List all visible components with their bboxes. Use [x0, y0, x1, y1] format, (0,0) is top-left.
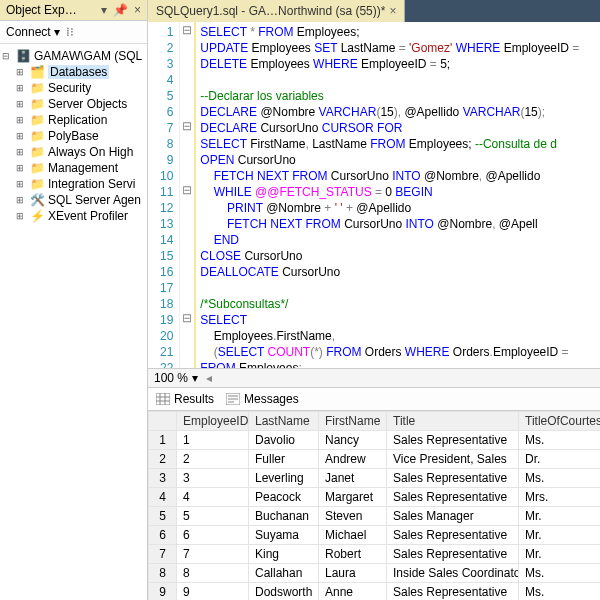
cell[interactable]: Ms.: [519, 583, 601, 601]
expander-icon[interactable]: ⊞: [16, 163, 26, 173]
fold-gutter[interactable]: ⊟⊟⊟⊟: [180, 22, 194, 368]
table-row[interactable]: 99DodsworthAnneSales RepresentativeMs.19: [149, 583, 601, 601]
cell[interactable]: Mr.: [519, 526, 601, 545]
table-row[interactable]: 44PeacockMargaretSales RepresentativeMrs…: [149, 488, 601, 507]
tree-item[interactable]: ⊞🗂️Databases: [2, 64, 145, 80]
tree-item[interactable]: ⊞📁Security: [2, 80, 145, 96]
toolbar-icon[interactable]: ⁞⁝: [66, 25, 74, 39]
tree-item[interactable]: ⊞📁Management: [2, 160, 145, 176]
tree-item[interactable]: ⊞📁PolyBase: [2, 128, 145, 144]
cell[interactable]: Suyama: [249, 526, 319, 545]
sql-editor[interactable]: 12345678910111213141516171819202122 ⊟⊟⊟⊟…: [148, 22, 600, 368]
cell[interactable]: Anne: [319, 583, 387, 601]
scroll-left-icon[interactable]: ◂: [206, 371, 212, 385]
column-header[interactable]: TitleOfCourtesy: [519, 412, 601, 431]
cell[interactable]: Peacock: [249, 488, 319, 507]
cell[interactable]: 2: [177, 450, 249, 469]
code-content[interactable]: SELECT * FROM Employees;UPDATE Employees…: [194, 22, 600, 368]
connect-button[interactable]: Connect ▾: [6, 25, 60, 39]
expander-icon[interactable]: ⊞: [16, 211, 26, 221]
table-row[interactable]: 22FullerAndrewVice President, SalesDr.19: [149, 450, 601, 469]
close-icon[interactable]: ×: [389, 4, 396, 18]
cell[interactable]: 4: [177, 488, 249, 507]
zoom-dropdown-icon[interactable]: ▾: [192, 371, 198, 385]
cell[interactable]: Ms.: [519, 469, 601, 488]
column-header[interactable]: FirstName: [319, 412, 387, 431]
tab-results[interactable]: Results: [156, 392, 214, 406]
cell[interactable]: Michael: [319, 526, 387, 545]
table-row[interactable]: 77KingRobertSales RepresentativeMr.19: [149, 545, 601, 564]
cell[interactable]: Steven: [319, 507, 387, 526]
dropdown-icon[interactable]: ▾: [101, 3, 107, 17]
table-row[interactable]: 55BuchananStevenSales ManagerMr.19: [149, 507, 601, 526]
cell[interactable]: Sales Representative: [387, 469, 519, 488]
cell[interactable]: King: [249, 545, 319, 564]
column-header[interactable]: Title: [387, 412, 519, 431]
cell[interactable]: Margaret: [319, 488, 387, 507]
expander-icon[interactable]: ⊞: [16, 147, 26, 157]
cell[interactable]: Dr.: [519, 450, 601, 469]
cell[interactable]: Sales Representative: [387, 488, 519, 507]
tree-item[interactable]: ⊞📁Integration Servi: [2, 176, 145, 192]
cell[interactable]: 6: [177, 526, 249, 545]
cell[interactable]: Nancy: [319, 431, 387, 450]
zoom-value[interactable]: 100 %: [154, 371, 188, 385]
cell[interactable]: Mrs.: [519, 488, 601, 507]
cell[interactable]: Andrew: [319, 450, 387, 469]
cell[interactable]: Davolio: [249, 431, 319, 450]
expander-icon[interactable]: ⊞: [16, 67, 26, 77]
expander-icon[interactable]: ⊟: [2, 51, 12, 61]
cell[interactable]: 5: [177, 507, 249, 526]
cell[interactable]: Robert: [319, 545, 387, 564]
tree-item[interactable]: ⊞📁Replication: [2, 112, 145, 128]
line-numbers: 12345678910111213141516171819202122: [148, 22, 180, 368]
cell[interactable]: Sales Representative: [387, 545, 519, 564]
table-row[interactable]: 11DavolioNancySales RepresentativeMs.19: [149, 431, 601, 450]
column-header[interactable]: EmployeeID: [177, 412, 249, 431]
cell[interactable]: Laura: [319, 564, 387, 583]
expander-icon[interactable]: ⊞: [16, 83, 26, 93]
column-header[interactable]: LastName: [249, 412, 319, 431]
cell[interactable]: Sales Representative: [387, 526, 519, 545]
cell[interactable]: Callahan: [249, 564, 319, 583]
expander-icon[interactable]: ⊞: [16, 131, 26, 141]
panel-title: Object Exp…: [6, 3, 77, 17]
cell[interactable]: 7: [177, 545, 249, 564]
expander-icon[interactable]: ⊞: [16, 99, 26, 109]
cell[interactable]: 9: [177, 583, 249, 601]
close-icon[interactable]: ×: [134, 3, 141, 17]
tree-item[interactable]: ⊞📁Server Objects: [2, 96, 145, 112]
cell[interactable]: Inside Sales Coordinator: [387, 564, 519, 583]
results-grid[interactable]: EmployeeIDLastNameFirstNameTitleTitleOfC…: [148, 410, 600, 600]
tree-item[interactable]: ⊞🛠️SQL Server Agen: [2, 192, 145, 208]
cell[interactable]: Fuller: [249, 450, 319, 469]
tab-sqlquery[interactable]: SQLQuery1.sql - GA…Northwind (sa (55))* …: [148, 0, 405, 22]
cell[interactable]: Mr.: [519, 545, 601, 564]
cell[interactable]: Janet: [319, 469, 387, 488]
cell[interactable]: Vice President, Sales: [387, 450, 519, 469]
expander-icon[interactable]: ⊞: [16, 179, 26, 189]
table-row[interactable]: 88CallahanLauraInside Sales CoordinatorM…: [149, 564, 601, 583]
tree-item[interactable]: ⊞📁Always On High: [2, 144, 145, 160]
cell[interactable]: Mr.: [519, 507, 601, 526]
cell[interactable]: 1: [177, 431, 249, 450]
pin-icon[interactable]: 📌: [113, 3, 128, 17]
cell[interactable]: Buchanan: [249, 507, 319, 526]
tab-messages[interactable]: Messages: [226, 392, 299, 406]
cell[interactable]: 8: [177, 564, 249, 583]
folder-icon: 📁: [30, 113, 44, 127]
cell[interactable]: Ms.: [519, 564, 601, 583]
cell[interactable]: Sales Representative: [387, 431, 519, 450]
cell[interactable]: Sales Representative: [387, 583, 519, 601]
tree-item[interactable]: ⊞⚡XEvent Profiler: [2, 208, 145, 224]
cell[interactable]: Sales Manager: [387, 507, 519, 526]
table-row[interactable]: 66SuyamaMichaelSales RepresentativeMr.19: [149, 526, 601, 545]
cell[interactable]: 3: [177, 469, 249, 488]
table-row[interactable]: 33LeverlingJanetSales RepresentativeMs.1…: [149, 469, 601, 488]
cell[interactable]: Leverling: [249, 469, 319, 488]
cell[interactable]: Ms.: [519, 431, 601, 450]
expander-icon[interactable]: ⊞: [16, 195, 26, 205]
expander-icon[interactable]: ⊞: [16, 115, 26, 125]
tree-server-node[interactable]: ⊟ 🗄️ GAMAW\GAM (SQL: [2, 48, 145, 64]
cell[interactable]: Dodsworth: [249, 583, 319, 601]
